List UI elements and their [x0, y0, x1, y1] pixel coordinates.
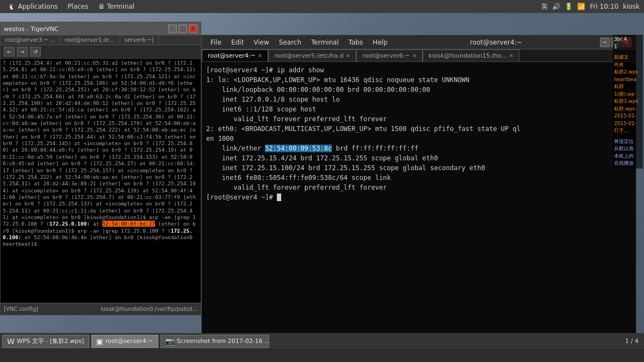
tab-close-icon[interactable]: ✕: [346, 53, 350, 59]
panel-item: 本机上的: [614, 153, 642, 160]
vnc-maximize-button[interactable]: □: [178, 24, 187, 33]
menu-tabs[interactable]: Tabs: [344, 38, 368, 47]
panel-item: 粘群1.wps: [614, 98, 642, 105]
battery-icon: 🔋: [565, 3, 573, 10]
vnc-minimize-button[interactable]: ─: [168, 24, 177, 33]
terminal-line: inet 172.25.15.100/24 brd 172.25.15.255 …: [206, 163, 631, 173]
panel-item: 在线播放: [614, 160, 642, 167]
vnc-line: ? (172.25.254.60) at f8:a9:63:2c:0a:d2 […: [12, 93, 177, 99]
menu-search[interactable]: Search: [275, 38, 306, 47]
terminal-line: 2: eth0: <BROADCAST,MULTICAST,UP,LOWER_U…: [206, 124, 631, 134]
tab-kiosk[interactable]: kiosk@foundation15:/ho... ✕: [423, 49, 519, 61]
vnc-forward-button[interactable]: →: [17, 47, 28, 57]
terminal-line: inet6 fe80::5054:ff:fe09:538c/64 scope l…: [206, 173, 631, 183]
vnc-status-left: [VNC config]: [4, 306, 38, 312]
network-icon: 📶: [577, 3, 585, 10]
places-menu[interactable]: Places: [64, 2, 91, 11]
panel-item: 打于...: [614, 127, 642, 135]
terminal-line: inet 127.0.0.1/8 scope host lo: [206, 95, 631, 104]
panel-item: 粘群1(册).wp: [614, 83, 642, 98]
vnc-close-button[interactable]: ✕: [189, 24, 197, 33]
terminal-line: valid_lft forever preferred_lft forever: [206, 114, 631, 124]
tab-server4[interactable]: root@server4:~ ✕: [202, 49, 268, 61]
volume-icon: 🔊: [552, 3, 560, 10]
vnc-refresh-button[interactable]: ↺: [30, 47, 41, 57]
terminal-line: 1: lo: <LOOPBACK,UP,LOWER_UP> mtu 16436 …: [206, 75, 631, 85]
vnc-toolbar: ← → ↺: [1, 45, 201, 59]
panel-item: heartbea: [614, 76, 642, 84]
terminal-line: valid_lft forever preferred_lft forever: [206, 183, 631, 192]
taskbar: W WPS 文字 - [集群2.wps] ▣ root@server4:~ 📷 …: [0, 333, 644, 349]
vnc-line: ? (172.25.254.4) at 00:21:cc:65:31:a2 [e…: [3, 60, 164, 66]
right-floating-panel: 3b( A 1 新建文 件夹 粘群2.wps heartbea 粘群1(册).w…: [613, 35, 643, 168]
vnc-back-button[interactable]: ←: [4, 47, 15, 57]
vnc-tab-server6[interactable]: server6:~]: [120, 35, 159, 45]
panel-item: 1: [614, 43, 642, 51]
top-bar-right: 英 🔊 🔋 📶 Fri 10:10 kiosk: [541, 2, 640, 11]
terminal-line: inet 172.25.15.4/24 brd 172.25.15.255 sc…: [206, 153, 631, 163]
menu-edit[interactable]: Edit: [227, 38, 248, 47]
panel-item: 粘群2.wps: [614, 68, 642, 76]
taskbar-item-screenshot[interactable]: 📷 Screenshot from 2017-02-16 ...: [160, 335, 269, 348]
vnc-title: westos - TigerVNC: [4, 26, 58, 33]
desktop: westos - TigerVNC ─ □ ✕ root@server3:~ ✕…: [0, 13, 644, 349]
tab-close-icon[interactable]: ✕: [258, 53, 262, 59]
vnc-line: ? (172.25.254.137) at <incomplete> on br…: [37, 201, 165, 207]
terminal-line: link/loopback 00:00:00:00:00:00 brd 00:0…: [206, 85, 631, 95]
taskbar-wps-label: WPS 文字 - [集群2.wps]: [17, 337, 84, 345]
panel-item: 3b( A: [614, 36, 642, 43]
panel-item: 新建文: [614, 54, 642, 61]
terminal-menu[interactable]: 🖥 Terminal: [95, 2, 138, 11]
vnc-tab-server3[interactable]: root@server3:~ ✕: [1, 35, 60, 45]
vnc-titlebar: westos - TigerVNC ─ □ ✕: [1, 22, 201, 35]
terminal-line: link/ether 52:54:00:09:53:8c brd ff:ff:f…: [206, 143, 631, 153]
taskbar-terminal-label: root@server4:~: [106, 338, 153, 345]
vnc-line: ? (172.25.254.145) at <incomplete> on br…: [15, 140, 143, 146]
terminal-tabs: root@server4:~ ✕ root@server5:/etc/ha.d …: [202, 49, 636, 62]
vnc-content[interactable]: ? (172.25.254.4) at 00:21:cc:65:31:a2 [e…: [1, 59, 201, 308]
terminal-taskbar-icon: ▣: [96, 337, 103, 346]
panel-item: 2015-01-: [614, 113, 642, 120]
panel-item: 粘群.wps: [614, 105, 642, 113]
top-bar-left: 🐧 Applications Places 🖥 Terminal: [4, 2, 138, 11]
terminal-minimize-button[interactable]: ─: [600, 38, 610, 47]
locale-label: 英: [541, 2, 548, 11]
terminal-menu-items: File Edit View Search Terminal Tabs Help: [206, 38, 392, 47]
tab-server5[interactable]: root@server5:/etc/ha.d ✕: [268, 49, 356, 61]
terminal-line: inet6 ::1/128 scope host: [206, 104, 631, 114]
datetime-label: Fri 10:10: [590, 3, 618, 10]
taskbar-item-wps[interactable]: W WPS 文字 - [集群2.wps]: [2, 335, 89, 348]
vnc-window: westos - TigerVNC ─ □ ✕ root@server3:~ ✕…: [0, 22, 201, 315]
menu-help[interactable]: Help: [368, 38, 392, 47]
mac-address-highlight: 52:54:00:09:53:8c: [265, 145, 332, 152]
panel-item: 将连定位: [614, 138, 642, 146]
vnc-tab-server1[interactable]: root@server1:/etc/ha ✕: [60, 35, 120, 45]
taskbar-item-terminal[interactable]: ▣ root@server4:~: [91, 335, 158, 348]
terminal-title: root@server4:~: [393, 39, 599, 46]
terminal-line: en 1000: [206, 134, 631, 143]
screenshot-icon: 📷: [165, 337, 175, 346]
taskbar-pager: 1 / 4: [622, 338, 642, 345]
vnc-tabs: root@server3:~ ✕ root@server1:/etc/ha ✕ …: [1, 35, 201, 45]
terminal-line: [root@server4 ~]# ip addr show: [206, 65, 631, 75]
terminal-menubar: File Edit View Search Terminal Tabs Help…: [202, 35, 636, 49]
tab-close-icon[interactable]: ✕: [412, 53, 417, 59]
menu-file[interactable]: File: [206, 38, 226, 47]
vnc-line: ? (172.25.254.157) at <incomplete> on br…: [59, 167, 187, 173]
panel-item: 件夹: [614, 61, 642, 69]
terminal-window: File Edit View Search Terminal Tabs Help…: [201, 35, 636, 334]
vnc-line: [kiosk@foundation1]$ arp -an |grep 172.2…: [12, 228, 158, 234]
applications-menu[interactable]: 🐧 Applications: [4, 2, 61, 11]
tab-server6[interactable]: root@server6:~ ✕: [356, 49, 423, 61]
panel-item: 从默认值: [614, 145, 642, 153]
terminal-prompt-line: [root@server4 ~]#: [206, 192, 631, 202]
menu-view[interactable]: View: [249, 38, 273, 47]
menu-terminal[interactable]: Terminal: [307, 38, 343, 47]
wps-icon: W: [7, 337, 15, 346]
taskbar-screenshot-label: Screenshot from 2017-02-16 ...: [177, 338, 269, 345]
tab-close-icon[interactable]: ✕: [509, 53, 513, 59]
terminal-cursor: [277, 194, 281, 201]
kiosk-label: kiosk: [623, 3, 640, 10]
terminal-content[interactable]: [root@server4 ~]# ip addr show 1: lo: <L…: [202, 62, 636, 316]
vnc-status-right: kiosk@foundation0:/var/ftp/pub/d...: [101, 306, 197, 312]
